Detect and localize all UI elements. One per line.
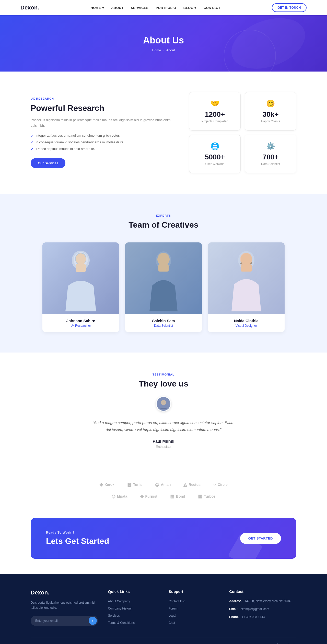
brands-row-2: ◎ Mpata ◈ Furnist ▩ Bond ▦ Turbos — [31, 494, 296, 499]
footer-email-form: › — [31, 616, 98, 626]
nav-about[interactable]: ABOUT — [111, 6, 124, 10]
brand-tunis: ▦ Tunis — [127, 482, 142, 487]
turbos-icon: ▦ — [198, 494, 202, 499]
list-item: In consequat quam id sodales hendrerit e… — [31, 140, 174, 144]
hero-title: About Us — [143, 35, 184, 46]
testimonial-role: Enthusiast — [31, 445, 296, 449]
brand-xerox-label: Xerox — [104, 483, 114, 487]
nav-blog[interactable]: BLOG ▾ — [183, 6, 196, 10]
team-card-2: Salehin Sam Data Scientist — [125, 242, 202, 332]
users-icon: 🌐 — [211, 142, 219, 150]
footer-email-label: Email: — [229, 607, 238, 612]
team-name-3: Naida Cinthia — [213, 319, 280, 323]
twitter-icon[interactable]: 𝕥 — [288, 643, 290, 644]
testimonial-quote: "Sed a magna semper, porta purus eu, ull… — [92, 419, 235, 433]
team-role-1: Ux Researcher — [47, 324, 114, 327]
team-title: Team of Creatives — [31, 220, 296, 230]
nav-services[interactable]: SERVICES — [131, 6, 149, 10]
list-item: iDonec dapibus mauris id odio amare te. — [31, 147, 174, 151]
stat-clients-label: Happy Clients — [261, 120, 280, 123]
footer-link-services[interactable]: Services — [108, 614, 120, 617]
footer-support-list: Contact Info Forum Legal Chat — [169, 599, 219, 625]
stat-users-label: User Worwide — [205, 162, 224, 166]
brand-mpata-label: Mpata — [117, 494, 127, 498]
tunis-icon: ▦ — [127, 482, 132, 487]
cta-title: Lets Get Started — [46, 536, 109, 546]
brand-rectus-label: Rectus — [189, 483, 201, 487]
footer-address-label: Address: — [229, 599, 242, 604]
stat-scientists-label: Data Scientist — [261, 162, 280, 166]
nav-home[interactable]: HOME ▾ — [91, 6, 104, 10]
brand-bond: ▩ Bond — [170, 494, 185, 499]
logo: Dexon. — [20, 4, 39, 11]
our-services-button[interactable]: Our Services — [31, 158, 65, 168]
svg-point-3 — [76, 253, 86, 265]
footer-email-input[interactable] — [32, 617, 89, 625]
xerox-icon: ◈ — [99, 482, 103, 487]
rectus-icon: ◭ — [183, 482, 187, 487]
circle-icon: ○ — [213, 482, 216, 487]
footer-link-company-history[interactable]: Company History — [108, 607, 132, 610]
scientists-icon: ⚙️ — [266, 142, 275, 150]
facebook-icon[interactable]: f — [277, 643, 278, 644]
footer-quick-links-list: About Company Company History Services T… — [108, 599, 158, 625]
cta-text: Ready To Work ? Lets Get Started — [46, 531, 109, 546]
footer-link-chat[interactable]: Chat — [169, 621, 175, 625]
stat-card-projects: 🤝 1200+ Projects Completed — [189, 92, 241, 131]
stats-grid: 🤝 1200+ Projects Completed 😊 30k+ Happy … — [189, 92, 296, 173]
brand-furnist-label: Furnist — [145, 494, 157, 498]
footer-email-submit[interactable]: › — [89, 617, 97, 625]
footer-address-value: 147/28, New jersey area NY-5604 — [244, 599, 290, 604]
projects-icon: 🤝 — [211, 99, 219, 108]
breadcrumb-home[interactable]: Home — [152, 48, 161, 52]
mpata-icon: ◎ — [111, 494, 115, 499]
brand-xerox: ◈ Xerox — [99, 482, 114, 487]
team-card-1: Johnson Sabire Ux Researcher — [42, 242, 119, 332]
footer-phone: Phone: +1 336 998 1443 — [229, 615, 296, 619]
social-links: f ◉ 𝕥 in — [277, 643, 296, 644]
stat-card-clients: 😊 30k+ Happy Clients — [245, 92, 296, 131]
team-name-1: Johnson Sabire — [47, 319, 114, 323]
brand-bond-label: Bond — [176, 494, 185, 498]
breadcrumb: Home › About — [152, 48, 175, 52]
footer-link-terms[interactable]: Terms & Conditions — [108, 621, 135, 625]
footer-support-title: Support — [169, 589, 219, 594]
footer-address: Address: 147/28, New jersey area NY-5604 — [229, 599, 296, 604]
footer-quick-links-col: Quick Links About Company Company Histor… — [108, 589, 158, 627]
nav-links: HOME ▾ ABOUT SERVICES PORTFOLIO BLOG ▾ C… — [91, 5, 220, 10]
team-photo-3 — [208, 242, 285, 314]
stat-users-number: 5000+ — [205, 153, 225, 161]
stat-projects-number: 1200+ — [205, 110, 225, 119]
brand-mpata: ◎ Mpata — [111, 494, 127, 499]
footer-contact-col: Contact Address: 147/28, New jersey area… — [229, 589, 296, 627]
testimonial-name: Paul Munni — [31, 439, 296, 444]
linkedin-icon[interactable]: in — [294, 643, 296, 644]
brand-circle: ○ Circle — [213, 482, 228, 487]
nav-portfolio[interactable]: PORTFOLIO — [156, 6, 176, 10]
brand-rectus: ◭ Rectus — [183, 482, 201, 487]
svg-rect-4 — [76, 264, 86, 272]
research-tag: UX RESEARCH — [31, 97, 174, 100]
footer-phone-value: +1 336 998 1443 — [242, 615, 265, 619]
instagram-icon[interactable]: ◉ — [282, 643, 285, 644]
svg-point-11 — [241, 253, 252, 265]
footer-link-legal[interactable]: Legal — [169, 614, 176, 617]
footer-link-about-company[interactable]: About Company — [108, 600, 130, 603]
research-description: Phasellus dignissim tellus in pellentesq… — [31, 117, 174, 128]
research-list: Integer at faucibus urna nullam condimen… — [31, 134, 174, 151]
team-card-3: Naida Cinthia Visual Designer — [208, 242, 285, 332]
get-started-button[interactable]: GET STARTED — [240, 533, 281, 544]
svg-point-7 — [158, 253, 169, 265]
team-info-2: Salehin Sam Data Scientist — [125, 314, 202, 332]
team-section: EXPERTS Team of Creatives Johnson Sabire… — [0, 194, 327, 353]
brand-circle-label: Circle — [218, 483, 228, 487]
svg-point-14 — [161, 400, 166, 405]
nav-contact[interactable]: CONTACT — [204, 6, 220, 10]
team-role-3: Visual Designer — [213, 324, 280, 327]
team-tag: EXPERTS — [31, 214, 296, 217]
navbar: Dexon. HOME ▾ ABOUT SERVICES PORTFOLIO B… — [0, 0, 327, 15]
team-info-1: Johnson Sabire Ux Researcher — [42, 314, 119, 332]
footer-link-contact-info[interactable]: Contact Info — [169, 600, 185, 603]
footer-link-forum[interactable]: Forum — [169, 607, 178, 610]
get-in-touch-button[interactable]: GET IN TOUCH — [272, 3, 307, 12]
